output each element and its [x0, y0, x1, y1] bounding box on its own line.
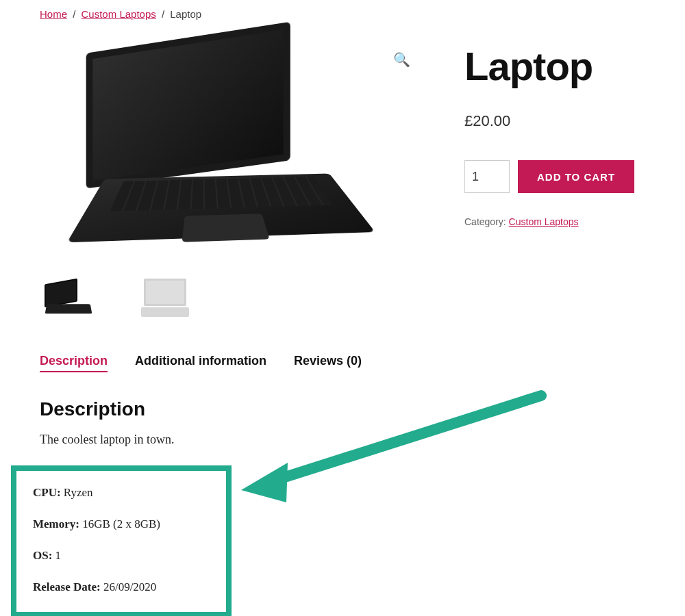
tab-reviews[interactable]: Reviews (0) — [294, 354, 362, 372]
tab-additional-information[interactable]: Additional information — [135, 354, 266, 372]
breadcrumb: Home / Custom Laptops / Laptop — [40, 8, 645, 20]
tab-description[interactable]: Description — [40, 354, 108, 372]
product-price: £20.00 — [464, 112, 634, 130]
spec-memory: Memory: 16GB (2 x 8GB) — [33, 517, 210, 531]
spec-memory-value: 16GB (2 x 8GB) — [82, 517, 160, 530]
spec-os-label: OS: — [33, 549, 52, 562]
product-thumbnail[interactable] — [40, 273, 96, 321]
spec-cpu-label: CPU: — [33, 486, 61, 499]
spec-release-date: Release Date: 26/09/2020 — [33, 580, 210, 594]
breadcrumb-current: Laptop — [170, 8, 201, 20]
spec-memory-label: Memory: — [33, 517, 79, 530]
spec-cpu: CPU: Ryzen — [33, 486, 210, 500]
spec-cpu-value: Ryzen — [64, 486, 93, 499]
spec-release-value: 26/09/2020 — [103, 580, 156, 593]
add-to-cart-button[interactable]: ADD TO CART — [518, 160, 634, 193]
breadcrumb-sep: / — [70, 8, 78, 20]
product-title: Laptop — [464, 43, 634, 89]
product-tabs: Description Additional information Revie… — [40, 354, 645, 372]
product-gallery: 🔍 — [40, 44, 403, 321]
spec-release-label: Release Date: — [33, 580, 101, 593]
spec-os: OS: 1 — [33, 549, 210, 563]
specs-highlight-box: CPU: Ryzen Memory: 16GB (2 x 8GB) OS: 1 … — [11, 465, 232, 616]
description-heading: Description — [40, 398, 645, 420]
zoom-icon[interactable]: 🔍 — [393, 51, 408, 66]
breadcrumb-sep: / — [159, 8, 167, 20]
product-main-image[interactable] — [64, 44, 379, 257]
category-link[interactable]: Custom Laptops — [509, 216, 579, 227]
svg-marker-1 — [241, 463, 288, 502]
breadcrumb-category[interactable]: Custom Laptops — [82, 8, 156, 20]
spec-os-value: 1 — [55, 549, 62, 562]
breadcrumb-home[interactable]: Home — [40, 8, 67, 20]
product-category: Category: Custom Laptops — [464, 216, 634, 227]
category-label: Category: — [464, 216, 506, 227]
product-summary: Laptop £20.00 ADD TO CART Category: Cust… — [464, 44, 634, 321]
description-tagline: The coolest laptop in town. — [40, 433, 645, 447]
quantity-input[interactable] — [464, 160, 510, 193]
product-thumbnail[interactable] — [137, 273, 193, 321]
